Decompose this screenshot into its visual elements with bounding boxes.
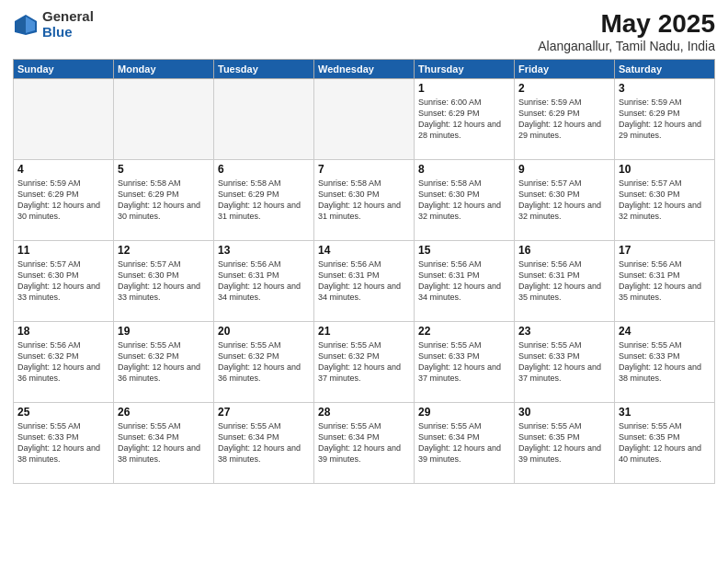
calendar-cell-5-4: 28Sunrise: 5:55 AMSunset: 6:34 PMDayligh… xyxy=(314,403,415,484)
day-number: 25 xyxy=(17,406,109,419)
calendar-cell-1-3 xyxy=(214,79,314,160)
calendar-cell-3-4: 14Sunrise: 5:56 AMSunset: 6:31 PMDayligh… xyxy=(314,241,415,322)
col-wednesday: Wednesday xyxy=(314,60,415,79)
day-detail: Sunrise: 5:55 AMSunset: 6:34 PMDaylight:… xyxy=(218,420,310,465)
day-detail: Sunrise: 5:59 AMSunset: 6:29 PMDaylight:… xyxy=(619,97,711,142)
day-number: 5 xyxy=(118,163,210,176)
calendar-week-3: 11Sunrise: 5:57 AMSunset: 6:30 PMDayligh… xyxy=(14,241,715,322)
day-number: 22 xyxy=(418,325,510,338)
day-detail: Sunrise: 5:57 AMSunset: 6:30 PMDaylight:… xyxy=(118,259,210,304)
day-detail: Sunrise: 5:59 AMSunset: 6:29 PMDaylight:… xyxy=(17,178,109,223)
day-detail: Sunrise: 5:58 AMSunset: 6:29 PMDaylight:… xyxy=(118,178,210,223)
day-number: 31 xyxy=(619,406,711,419)
calendar-cell-1-1 xyxy=(14,79,114,160)
day-number: 21 xyxy=(318,325,410,338)
calendar-cell-2-1: 4Sunrise: 5:59 AMSunset: 6:29 PMDaylight… xyxy=(14,160,114,241)
calendar-cell-2-3: 6Sunrise: 5:58 AMSunset: 6:29 PMDaylight… xyxy=(214,160,314,241)
calendar-cell-1-6: 2Sunrise: 5:59 AMSunset: 6:29 PMDaylight… xyxy=(515,79,615,160)
day-detail: Sunrise: 5:58 AMSunset: 6:29 PMDaylight:… xyxy=(218,178,310,223)
day-number: 6 xyxy=(218,163,310,176)
day-detail: Sunrise: 5:56 AMSunset: 6:31 PMDaylight:… xyxy=(318,259,410,304)
col-friday: Friday xyxy=(515,60,615,79)
calendar-cell-1-5: 1Sunrise: 6:00 AMSunset: 6:29 PMDaylight… xyxy=(415,79,515,160)
logo-icon xyxy=(13,12,39,38)
day-detail: Sunrise: 5:56 AMSunset: 6:31 PMDaylight:… xyxy=(218,259,310,304)
day-detail: Sunrise: 5:55 AMSunset: 6:32 PMDaylight:… xyxy=(318,339,410,385)
day-detail: Sunrise: 5:55 AMSunset: 6:32 PMDaylight:… xyxy=(118,339,210,385)
day-number: 23 xyxy=(518,325,610,338)
day-detail: Sunrise: 5:55 AMSunset: 6:34 PMDaylight:… xyxy=(318,420,410,465)
calendar-week-2: 4Sunrise: 5:59 AMSunset: 6:29 PMDaylight… xyxy=(14,160,715,241)
day-detail: Sunrise: 5:55 AMSunset: 6:35 PMDaylight:… xyxy=(518,420,610,465)
calendar-cell-2-4: 7Sunrise: 5:58 AMSunset: 6:30 PMDaylight… xyxy=(314,160,415,241)
calendar-cell-2-6: 9Sunrise: 5:57 AMSunset: 6:30 PMDaylight… xyxy=(515,160,615,241)
day-detail: Sunrise: 5:56 AMSunset: 6:32 PMDaylight:… xyxy=(17,339,109,385)
day-detail: Sunrise: 5:55 AMSunset: 6:33 PMDaylight:… xyxy=(17,420,109,465)
calendar-cell-3-7: 17Sunrise: 5:56 AMSunset: 6:31 PMDayligh… xyxy=(615,241,715,322)
day-number: 4 xyxy=(17,163,109,176)
day-number: 16 xyxy=(518,244,610,257)
calendar-subtitle: Alanganallur, Tamil Nadu, India xyxy=(538,39,715,53)
calendar-cell-4-6: 23Sunrise: 5:55 AMSunset: 6:33 PMDayligh… xyxy=(515,322,615,403)
day-detail: Sunrise: 5:57 AMSunset: 6:30 PMDaylight:… xyxy=(518,178,610,223)
calendar-cell-4-1: 18Sunrise: 5:56 AMSunset: 6:32 PMDayligh… xyxy=(14,322,114,403)
logo-blue-text: Blue xyxy=(42,25,94,40)
calendar-cell-4-4: 21Sunrise: 5:55 AMSunset: 6:32 PMDayligh… xyxy=(314,322,415,403)
day-number: 3 xyxy=(619,82,711,95)
calendar-cell-5-6: 30Sunrise: 5:55 AMSunset: 6:35 PMDayligh… xyxy=(515,403,615,484)
day-number: 1 xyxy=(418,82,510,95)
day-detail: Sunrise: 6:00 AMSunset: 6:29 PMDaylight:… xyxy=(418,97,510,142)
day-detail: Sunrise: 5:55 AMSunset: 6:33 PMDaylight:… xyxy=(518,339,610,385)
calendar-cell-4-2: 19Sunrise: 5:55 AMSunset: 6:32 PMDayligh… xyxy=(114,322,214,403)
day-number: 19 xyxy=(118,325,210,338)
day-number: 12 xyxy=(118,244,210,257)
calendar-title: May 2025 xyxy=(538,9,715,39)
day-number: 29 xyxy=(418,406,510,419)
calendar-week-5: 25Sunrise: 5:55 AMSunset: 6:33 PMDayligh… xyxy=(14,403,715,484)
calendar-cell-2-2: 5Sunrise: 5:58 AMSunset: 6:29 PMDaylight… xyxy=(114,160,214,241)
day-number: 11 xyxy=(17,244,109,257)
calendar-cell-3-1: 11Sunrise: 5:57 AMSunset: 6:30 PMDayligh… xyxy=(14,241,114,322)
day-number: 10 xyxy=(619,163,711,176)
day-number: 9 xyxy=(518,163,610,176)
day-number: 14 xyxy=(318,244,410,257)
col-tuesday: Tuesday xyxy=(214,60,314,79)
calendar-cell-4-7: 24Sunrise: 5:55 AMSunset: 6:33 PMDayligh… xyxy=(615,322,715,403)
day-detail: Sunrise: 5:55 AMSunset: 6:32 PMDaylight:… xyxy=(218,339,310,385)
calendar-cell-1-2 xyxy=(114,79,214,160)
day-number: 13 xyxy=(218,244,310,257)
day-detail: Sunrise: 5:55 AMSunset: 6:34 PMDaylight:… xyxy=(118,420,210,465)
col-saturday: Saturday xyxy=(615,60,715,79)
calendar-cell-1-7: 3Sunrise: 5:59 AMSunset: 6:29 PMDaylight… xyxy=(615,79,715,160)
logo-general-text: General xyxy=(42,9,94,25)
col-thursday: Thursday xyxy=(415,60,515,79)
logo-text: General Blue xyxy=(42,9,94,40)
day-detail: Sunrise: 5:55 AMSunset: 6:34 PMDaylight:… xyxy=(418,420,510,465)
day-number: 30 xyxy=(518,406,610,419)
calendar-table: Sunday Monday Tuesday Wednesday Thursday… xyxy=(13,59,715,484)
day-number: 17 xyxy=(619,244,711,257)
calendar-week-1: 1Sunrise: 6:00 AMSunset: 6:29 PMDaylight… xyxy=(14,79,715,160)
day-detail: Sunrise: 5:58 AMSunset: 6:30 PMDaylight:… xyxy=(418,178,510,223)
day-number: 26 xyxy=(118,406,210,419)
calendar-cell-3-3: 13Sunrise: 5:56 AMSunset: 6:31 PMDayligh… xyxy=(214,241,314,322)
day-detail: Sunrise: 5:55 AMSunset: 6:33 PMDaylight:… xyxy=(418,339,510,385)
logo: General Blue xyxy=(13,9,94,40)
calendar-week-4: 18Sunrise: 5:56 AMSunset: 6:32 PMDayligh… xyxy=(14,322,715,403)
day-number: 28 xyxy=(318,406,410,419)
calendar-header-row: Sunday Monday Tuesday Wednesday Thursday… xyxy=(14,60,715,79)
calendar-cell-5-1: 25Sunrise: 5:55 AMSunset: 6:33 PMDayligh… xyxy=(14,403,114,484)
page: General Blue May 2025 Alanganallur, Tami… xyxy=(0,0,728,563)
calendar-cell-1-4 xyxy=(314,79,415,160)
col-monday: Monday xyxy=(114,60,214,79)
header: General Blue May 2025 Alanganallur, Tami… xyxy=(13,9,715,53)
day-detail: Sunrise: 5:55 AMSunset: 6:33 PMDaylight:… xyxy=(619,339,711,385)
calendar-cell-3-6: 16Sunrise: 5:56 AMSunset: 6:31 PMDayligh… xyxy=(515,241,615,322)
calendar-cell-4-3: 20Sunrise: 5:55 AMSunset: 6:32 PMDayligh… xyxy=(214,322,314,403)
day-detail: Sunrise: 5:56 AMSunset: 6:31 PMDaylight:… xyxy=(518,259,610,304)
day-number: 24 xyxy=(619,325,711,338)
day-number: 8 xyxy=(418,163,510,176)
calendar-cell-4-5: 22Sunrise: 5:55 AMSunset: 6:33 PMDayligh… xyxy=(415,322,515,403)
calendar-cell-5-2: 26Sunrise: 5:55 AMSunset: 6:34 PMDayligh… xyxy=(114,403,214,484)
calendar-cell-2-7: 10Sunrise: 5:57 AMSunset: 6:30 PMDayligh… xyxy=(615,160,715,241)
